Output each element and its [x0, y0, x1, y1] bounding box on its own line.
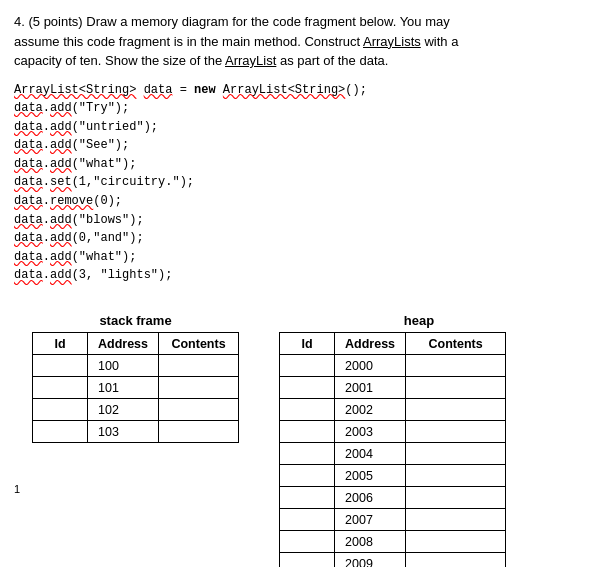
heap-table: Id Address Contents 20002001200220032004… — [279, 332, 506, 567]
stack-cell-contents — [159, 355, 239, 377]
code-line-8: data.add(0,"and"); — [14, 229, 601, 248]
stack-header-id: Id — [33, 333, 88, 355]
heap-row: 2002 — [280, 399, 506, 421]
heap-cell-contents — [406, 531, 506, 553]
heap-row: 2005 — [280, 465, 506, 487]
heap-cell-address: 2005 — [335, 465, 406, 487]
heap-cell-contents — [406, 377, 506, 399]
heap-cell-address: 2003 — [335, 421, 406, 443]
heap-cell-address: 2000 — [335, 355, 406, 377]
heap-cell-id — [280, 355, 335, 377]
stack-cell-contents — [159, 421, 239, 443]
code-line-3: data.add("See"); — [14, 136, 601, 155]
heap-row: 2001 — [280, 377, 506, 399]
heap-cell-address: 2009 — [335, 553, 406, 567]
heap-cell-contents — [406, 421, 506, 443]
heap-cell-address: 2004 — [335, 443, 406, 465]
stack-frame-title: stack frame — [32, 313, 239, 328]
heap-cell-contents — [406, 487, 506, 509]
stack-frame-table: Id Address Contents 100101102103 — [32, 332, 239, 443]
question-text1: Draw a memory diagram for the code fragm… — [86, 14, 449, 29]
code-line-5: data.set(1,"circuitry."); — [14, 173, 601, 192]
question-text5: as part of the data. — [280, 53, 388, 68]
heap-cell-address: 2002 — [335, 399, 406, 421]
heap-section: heap Id Address Contents 200020012002200… — [279, 313, 559, 567]
arraylist-label2: ArrayList — [225, 53, 276, 68]
heap-cell-id — [280, 509, 335, 531]
heap-cell-id — [280, 465, 335, 487]
heap-row: 2008 — [280, 531, 506, 553]
heap-cell-id — [280, 443, 335, 465]
footnote: 1 — [14, 303, 32, 495]
stack-cell-id — [33, 399, 88, 421]
stack-cell-address: 102 — [88, 399, 159, 421]
heap-header-address: Address — [335, 333, 406, 355]
heap-cell-id — [280, 553, 335, 567]
heap-cell-id — [280, 377, 335, 399]
code-line-9: data.add("what"); — [14, 248, 601, 267]
stack-cell-id — [33, 377, 88, 399]
heap-cell-address: 2006 — [335, 487, 406, 509]
code-line-10: data.add(3, "lights"); — [14, 266, 601, 285]
code-line-2: data.add("untried"); — [14, 118, 601, 137]
heap-header-id: Id — [280, 333, 335, 355]
question-points: (5 points) — [28, 14, 82, 29]
heap-row: 2007 — [280, 509, 506, 531]
code-line-7: data.add("blows"); — [14, 211, 601, 230]
heap-header-contents: Contents — [406, 333, 506, 355]
question-text4: capacity of ten. Show the size of the — [14, 53, 222, 68]
heap-cell-address: 2007 — [335, 509, 406, 531]
stack-cell-id — [33, 421, 88, 443]
arraylist-label1: ArrayLists — [363, 34, 421, 49]
stack-row: 100 — [33, 355, 239, 377]
heap-cell-id — [280, 531, 335, 553]
heap-cell-id — [280, 487, 335, 509]
heap-row: 2000 — [280, 355, 506, 377]
heap-row: 2004 — [280, 443, 506, 465]
stack-cell-id — [33, 355, 88, 377]
heap-row: 2003 — [280, 421, 506, 443]
question-text2: assume this code fragment is in the main… — [14, 34, 360, 49]
heap-cell-id — [280, 399, 335, 421]
code-line-6: data.remove(0); — [14, 192, 601, 211]
stack-cell-contents — [159, 399, 239, 421]
stack-row: 101 — [33, 377, 239, 399]
heap-cell-contents — [406, 465, 506, 487]
heap-cell-contents — [406, 443, 506, 465]
heap-cell-contents — [406, 553, 506, 567]
heap-cell-contents — [406, 399, 506, 421]
heap-title: heap — [279, 313, 559, 328]
heap-row: 2006 — [280, 487, 506, 509]
heap-cell-id — [280, 421, 335, 443]
stack-row: 103 — [33, 421, 239, 443]
bottom-section: stack frame Id Address Contents 10010110… — [32, 313, 559, 567]
question-header: 4. (5 points) Draw a memory diagram for … — [14, 12, 601, 71]
stack-header-address: Address — [88, 333, 159, 355]
heap-cell-address: 2001 — [335, 377, 406, 399]
code-line-1: data.add("Try"); — [14, 99, 601, 118]
heap-cell-contents — [406, 355, 506, 377]
question-number: 4. — [14, 14, 25, 29]
heap-cell-contents — [406, 509, 506, 531]
stack-header-contents: Contents — [159, 333, 239, 355]
stack-cell-contents — [159, 377, 239, 399]
code-block: ArrayList<String> data = new ArrayList<S… — [14, 81, 601, 286]
heap-cell-address: 2008 — [335, 531, 406, 553]
code-line-0: ArrayList<String> data = new ArrayList<S… — [14, 81, 601, 100]
code-line-4: data.add("what"); — [14, 155, 601, 174]
stack-cell-address: 103 — [88, 421, 159, 443]
stack-row: 102 — [33, 399, 239, 421]
question-text3: with a — [424, 34, 458, 49]
stack-cell-address: 101 — [88, 377, 159, 399]
stack-cell-address: 100 — [88, 355, 159, 377]
heap-row: 2009 — [280, 553, 506, 567]
stack-frame-section: stack frame Id Address Contents 10010110… — [32, 313, 239, 443]
